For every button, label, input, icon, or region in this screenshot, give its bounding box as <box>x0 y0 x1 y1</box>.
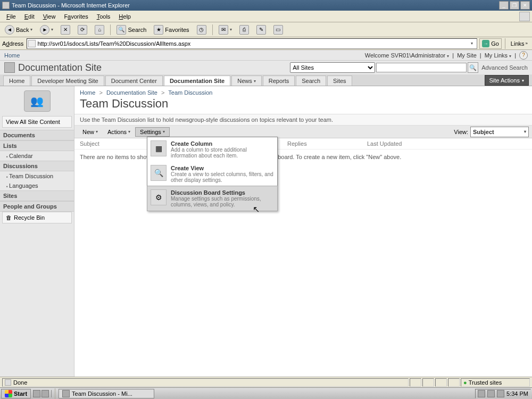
menu-item-desc: Create a view to select columns, filters… <box>171 171 274 183</box>
page-content: Home Welcome SVR01\Administrator ▾ | My … <box>0 50 532 384</box>
menu-edit[interactable]: Edit <box>20 12 39 21</box>
back-button[interactable]: ◄Back▾ <box>2 23 35 36</box>
menu-create-view[interactable]: 🔍 Create View Create a view to select co… <box>147 162 277 186</box>
breadcrumb: Home > Documentation Site > Team Discuss… <box>74 86 532 97</box>
nav-head-sites[interactable]: Sites <box>0 190 74 201</box>
favorites-button[interactable]: ★Favorites <box>151 23 192 36</box>
tab-home[interactable]: Home <box>3 76 30 86</box>
print-icon: ⎙ <box>239 25 249 35</box>
edit-button[interactable]: ✎ <box>254 23 269 36</box>
col-replies[interactable]: Replies <box>287 140 367 147</box>
url-input[interactable] <box>37 40 468 47</box>
help-icon[interactable]: ? <box>519 51 528 60</box>
quick-launch-icon[interactable] <box>41 390 49 397</box>
taskbar-app-button[interactable]: Team Discussion - Mi... <box>59 389 154 398</box>
search-button[interactable]: 🔍Search <box>114 23 149 36</box>
crumb-home[interactable]: Home <box>80 89 95 96</box>
tab-documentation-site[interactable]: Documentation Site <box>164 76 230 86</box>
nav-item-languages[interactable]: Languages <box>0 181 74 190</box>
discuss-icon: ▭ <box>273 25 283 35</box>
menu-view[interactable]: View <box>39 12 60 21</box>
recycle-bin[interactable]: 🗑Recycle Bin <box>2 212 72 223</box>
system-tray: 5:34 PM <box>475 389 531 398</box>
nav-item-calendar[interactable]: Calendar <box>0 151 74 161</box>
tab-document-center[interactable]: Document Center <box>105 76 163 86</box>
history-button[interactable]: ◷ <box>194 23 209 36</box>
toolbar-separator <box>110 24 111 35</box>
global-home-link[interactable]: Home <box>4 52 20 59</box>
tab-developer-meeting[interactable]: Developer Meeting Site <box>31 76 104 86</box>
trusted-icon: ● <box>463 379 467 386</box>
menu-file[interactable]: File <box>2 12 20 21</box>
tray-icon[interactable] <box>497 390 504 397</box>
search-input[interactable] <box>376 63 467 72</box>
minimize-button[interactable]: _ <box>499 1 509 10</box>
tab-news[interactable]: News▾ <box>231 76 262 86</box>
view-all-site-content[interactable]: View All Site Content <box>2 116 72 128</box>
tab-search[interactable]: Search <box>296 76 326 86</box>
close-button[interactable]: ✕ <box>520 1 530 10</box>
search-go-button[interactable]: 🔍 <box>468 62 478 73</box>
settings-menu[interactable]: Settings▾ <box>135 127 170 137</box>
separator: | <box>480 52 481 59</box>
mylinks-menu[interactable]: My Links ▾ <box>485 52 511 59</box>
nav-head-discussions[interactable]: Discussions <box>0 161 74 171</box>
top-nav-tabs: Home Developer Meeting Site Document Cen… <box>0 74 532 86</box>
column-headers: Subject Replies Last Updated <box>74 138 532 149</box>
forward-button[interactable]: ►▾ <box>37 23 56 36</box>
nav-head-lists[interactable]: Lists <box>0 140 74 151</box>
nav-item-team-discussion[interactable]: Team Discussion <box>0 171 74 181</box>
menu-create-column[interactable]: ▦ Create Column Add a column to store ad… <box>147 137 277 162</box>
restore-button[interactable]: ❐ <box>510 1 519 10</box>
left-navigation: 👥 View All Site Content Documents Lists … <box>0 86 74 384</box>
view-label: View: <box>454 129 468 135</box>
status-text: Done <box>2 378 409 387</box>
status-pane <box>422 378 434 387</box>
print-button[interactable]: ⎙ <box>237 23 252 36</box>
main-area: 👥 View All Site Content Documents Lists … <box>0 86 532 384</box>
view-selector[interactable]: Subject▾ <box>470 127 529 137</box>
site-actions-menu[interactable]: Site Actions▾ <box>485 75 529 86</box>
menubar: File Edit View Favorites Tools Help <box>0 11 532 22</box>
home-icon: ⌂ <box>95 25 104 35</box>
stop-button[interactable]: ✕ <box>58 23 73 36</box>
new-menu[interactable]: New▾ <box>78 127 103 137</box>
search-scope-select[interactable]: All Sites <box>290 62 375 73</box>
menu-item-title: Create View <box>171 165 274 171</box>
discuss-button[interactable]: ▭ <box>271 23 286 36</box>
nav-head-people-groups[interactable]: People and Groups <box>0 201 74 212</box>
mail-button[interactable]: ✉▾ <box>216 23 235 36</box>
quick-launch-icon[interactable] <box>33 390 40 397</box>
nav-head-documents[interactable]: Documents <box>0 130 74 140</box>
recycle-icon: 🗑 <box>6 214 12 221</box>
quick-launch <box>33 390 52 397</box>
url-box[interactable]: ▾ <box>27 38 477 49</box>
home-button[interactable]: ⌂ <box>92 23 107 36</box>
page-icon <box>5 379 11 386</box>
menu-tools[interactable]: Tools <box>93 12 115 21</box>
tab-reports[interactable]: Reports <box>263 76 295 86</box>
refresh-button[interactable]: ⟳ <box>75 23 90 36</box>
links-button[interactable]: Links » <box>509 40 530 47</box>
address-bar: Address ▾ →Go Links » <box>0 37 532 50</box>
welcome-user[interactable]: Welcome SVR01\Administrator ▾ <box>365 52 449 59</box>
site-header: Documentation Site All Sites 🔍 Advanced … <box>0 61 532 74</box>
actions-menu[interactable]: Actions▾ <box>103 127 135 137</box>
col-last-updated[interactable]: Last Updated <box>367 140 527 147</box>
mysite-link[interactable]: My Site <box>457 52 477 59</box>
page-icon <box>28 40 36 47</box>
start-button[interactable]: Start <box>1 389 31 398</box>
menu-favorites[interactable]: Favorites <box>60 12 92 21</box>
toolbar-separator <box>505 38 505 49</box>
menu-item-title: Discussion Board Settings <box>171 189 274 196</box>
tab-sites[interactable]: Sites <box>327 76 352 86</box>
tray-icon[interactable] <box>487 390 495 397</box>
tray-icon[interactable] <box>478 390 485 397</box>
url-dropdown-icon[interactable]: ▾ <box>468 41 476 46</box>
advanced-search-link[interactable]: Advanced Search <box>481 64 528 71</box>
menu-help[interactable]: Help <box>114 12 135 21</box>
go-button[interactable]: →Go <box>479 38 502 49</box>
browser-toolbar: ◄Back▾ ►▾ ✕ ⟳ ⌂ 🔍Search ★Favorites ◷ ✉▾ … <box>0 22 532 37</box>
crumb-docsite[interactable]: Documentation Site <box>106 89 157 96</box>
windows-logo-icon <box>5 390 12 397</box>
